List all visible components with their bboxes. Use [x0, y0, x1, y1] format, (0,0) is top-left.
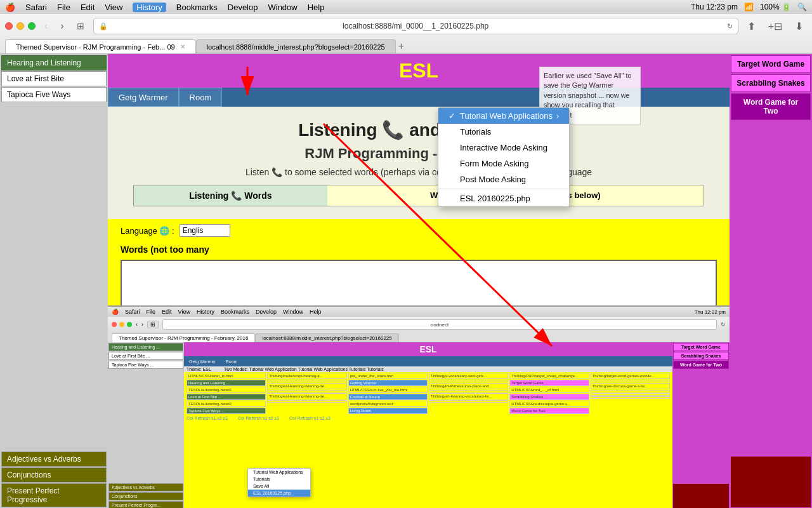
- inner-hearing-link[interactable]: Hearing and Listening ...: [108, 343, 183, 351]
- inner-theme-label: Theme: ESL: [187, 367, 211, 371]
- inner-cell-r1c1: HTML5/CSS/listen_to.html: [187, 373, 266, 379]
- inner-nav-room[interactable]: Room: [221, 356, 243, 366]
- menu-history[interactable]: History: [133, 3, 166, 12]
- sidebar-toggle[interactable]: ⊞: [73, 20, 88, 32]
- right-scrabbling[interactable]: Scrabbling Snakes: [731, 74, 811, 92]
- inner-tab-1[interactable]: Themed Supervisor - RJM Programming - Fe…: [112, 333, 255, 342]
- add-tab-button[interactable]: +⊟: [764, 19, 786, 34]
- inner-refresh-label1[interactable]: Col Refresh s1 s2 s3: [187, 416, 228, 420]
- inner-snakes-link[interactable]: Scrabbling Snakes: [673, 352, 729, 360]
- dropdown-item-interactive[interactable]: Interactive Mode Asking: [438, 140, 569, 156]
- dropdown-menu: ✓ Tutorial Web Applications › Tutorials …: [438, 107, 570, 207]
- inner-word-game-link[interactable]: Word Game for Two: [673, 361, 729, 369]
- maximize-button[interactable]: [28, 22, 36, 30]
- inner-refresh-label3[interactable]: Col Refresh s1 s2 s3: [289, 416, 331, 420]
- search-icon[interactable]: 🔍: [797, 3, 807, 11]
- dropdown-item-tutorial-web[interactable]: ✓ Tutorial Web Applications ›: [438, 108, 569, 124]
- sidebar-item-hearing[interactable]: Hearing and Listening: [1, 55, 107, 70]
- inner-cell-r5c4: Thi/blog/ah-learning-vocabulary-liv...: [429, 393, 508, 399]
- right-word-game[interactable]: Word Game for Two: [731, 93, 811, 120]
- inner-cell-r4c3: Cocktail et Noune: [348, 394, 428, 400]
- inner-di-tutorials[interactable]: Tutorial Web Applications: [248, 469, 310, 476]
- inner-center: ESL Getg Warmer Room Theme: ESL Two Mode…: [184, 342, 672, 508]
- inner-body: Hearing and Listening ... Love at First …: [108, 342, 730, 508]
- inner-cell-r2c2: [267, 380, 346, 382]
- address-text: localhost:8888/mi_0000__1_20160225.php: [343, 22, 488, 30]
- sidebar-item-present[interactable]: Present Perfect Progressive: [1, 483, 107, 507]
- inner-conjunctions-link[interactable]: Conjunctions: [108, 492, 183, 500]
- refresh-button[interactable]: ↻: [727, 22, 733, 30]
- inner-love-link[interactable]: Love at First Bite ...: [108, 352, 183, 360]
- sidebar-item-adjectives[interactable]: Adjectives vs Adverbs: [1, 451, 107, 467]
- dropdown-item-post[interactable]: Post Mode Asking: [438, 171, 569, 187]
- tab-1[interactable]: Themed Supervisor - RJM Programming - Fe…: [5, 39, 196, 53]
- inner-refresh[interactable]: ↻: [721, 321, 726, 328]
- battery: 100% 🔋: [760, 3, 791, 11]
- inner-di-tuts[interactable]: Tutorials: [248, 476, 310, 483]
- menu-safari[interactable]: Safari: [25, 3, 47, 12]
- inner-tab-1-label: Themed Supervisor - RJM Programming - Fe…: [119, 335, 248, 341]
- nav-getg-warmer[interactable]: Getg Warmer: [108, 88, 179, 107]
- menu-view[interactable]: View: [105, 3, 122, 12]
- dropdown-item-form[interactable]: Form Mode Asking: [438, 156, 569, 171]
- address-bar[interactable]: 🔒 localhost:8888/mi_0000__1_20160225.php…: [93, 18, 738, 34]
- menu-edit[interactable]: Edit: [81, 3, 95, 12]
- tab-1-close[interactable]: ✕: [180, 43, 185, 50]
- inner-cell-r3c2: Thi/blog/esl-learning-listening-de...: [267, 383, 346, 389]
- inner-safari: Safari: [125, 309, 140, 315]
- menu-window[interactable]: Window: [268, 3, 297, 12]
- share-button[interactable]: ⬆: [743, 19, 759, 34]
- right-target-word[interactable]: Target Word Game: [731, 55, 811, 73]
- inner-forward[interactable]: ›: [141, 321, 143, 328]
- inner-apple: 🍎: [112, 309, 119, 315]
- esl-text: ESL: [399, 59, 438, 82]
- menu-bookmarks[interactable]: Bookmarks: [176, 3, 218, 12]
- menu-develop[interactable]: Develop: [228, 3, 258, 12]
- inner-address-bar[interactable]: oodnect: [162, 319, 717, 330]
- minimize-button[interactable]: [16, 22, 24, 30]
- inner-tapioca-link[interactable]: Tapioca Five Ways ...: [108, 361, 183, 369]
- inner-back[interactable]: ‹: [136, 321, 138, 328]
- inner-refresh-row: Col Refresh s1 s2 s3 Col Refresh s1 s2 s…: [184, 415, 672, 421]
- inner-cell-r5c1: TESOL/a-listening-here/0: [187, 401, 266, 407]
- close-button[interactable]: [5, 22, 13, 30]
- dropdown-item-tutorials[interactable]: Tutorials: [438, 124, 569, 140]
- inner-cell-r3c4: Thi/blog/PHP/thesaurus-place-end...: [429, 383, 508, 389]
- back-button[interactable]: ‹: [41, 19, 51, 33]
- inner-clock: Thu 12:22 pm: [695, 309, 726, 315]
- inner-di-save[interactable]: Save All: [248, 483, 310, 490]
- tab-2[interactable]: localhost:8888/middle_interest.php?blogs…: [196, 39, 396, 53]
- inner-di-esl[interactable]: ESL 20160225.php: [248, 490, 310, 497]
- traffic-lights: [5, 22, 36, 30]
- inner-file: File: [147, 309, 156, 315]
- new-tab-button[interactable]: +: [396, 41, 407, 52]
- right-dark-section: [731, 457, 811, 507]
- inner-cell-r1c3: pre_under_the_stairs.htm: [348, 373, 428, 379]
- inner-tab-2[interactable]: localhost:8888/middle_interest.php?blogs…: [255, 333, 398, 342]
- inner-refresh-label2[interactable]: Col Refresh s1 s2 s3: [238, 416, 279, 420]
- inner-cell-r6c2: [267, 400, 346, 403]
- inner-target-link[interactable]: Target Word Game: [673, 343, 729, 351]
- sidebar-item-tapioca[interactable]: Tapioca Five Ways: [1, 87, 107, 102]
- inner-tabs: Themed Supervisor - RJM Programming - Fe…: [108, 332, 730, 342]
- language-input[interactable]: [180, 224, 230, 237]
- inner-nav-getg[interactable]: Getg Warmer: [184, 356, 221, 366]
- nav-room[interactable]: Room: [179, 88, 223, 107]
- chevron-icon: ›: [556, 111, 559, 121]
- sidebar-item-love[interactable]: Love at First Bite: [1, 71, 107, 86]
- inner-cell-r1c6: Thi/blog/target-word-games-mobile...: [591, 373, 670, 379]
- apple-menu[interactable]: 🍎: [5, 3, 15, 12]
- sidebar-item-conjunctions[interactable]: Conjunctions: [1, 467, 107, 483]
- forward-button[interactable]: ›: [56, 19, 67, 33]
- mac-menubar: 🍎 Safari File Edit View History Bookmark…: [0, 0, 812, 14]
- downloads-button[interactable]: ⬇: [791, 19, 807, 34]
- dropdown-item-label-5: Post Mode Asking: [460, 175, 526, 184]
- menu-help[interactable]: Help: [308, 3, 325, 12]
- dropdown-item-esl[interactable]: ESL 20160225.php: [438, 190, 569, 206]
- inner-adjectives-link[interactable]: Adjectives vs Adverbs: [108, 483, 183, 491]
- inner-cell-r3c3: HTML/CSS/a-in-live_you_me.html: [348, 387, 428, 393]
- listening-panel: Listening 📞 Words Words will display (at…: [133, 185, 704, 206]
- menu-file[interactable]: File: [57, 3, 70, 12]
- inner-present-link[interactable]: Present Perfect Progre...: [108, 501, 183, 508]
- browser-toolbar: ‹ › ⊞ 🔒 localhost:8888/mi_0000__1_201602…: [0, 14, 812, 38]
